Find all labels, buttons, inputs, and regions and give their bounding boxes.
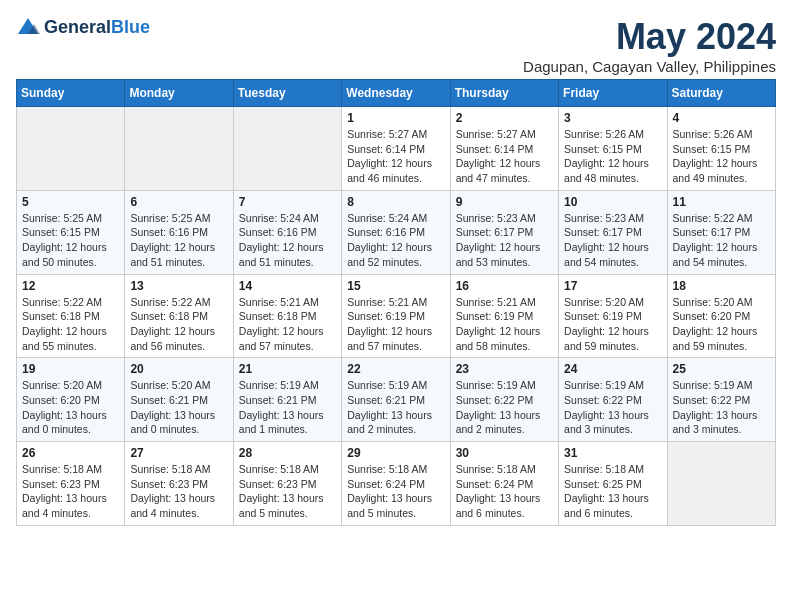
day-number: 10 xyxy=(564,195,661,209)
day-cell: 19Sunrise: 5:20 AM Sunset: 6:20 PM Dayli… xyxy=(17,358,125,442)
day-cell: 31Sunrise: 5:18 AM Sunset: 6:25 PM Dayli… xyxy=(559,442,667,526)
day-info: Sunrise: 5:18 AM Sunset: 6:23 PM Dayligh… xyxy=(130,462,227,521)
weekday-header-thursday: Thursday xyxy=(450,80,558,107)
day-info: Sunrise: 5:27 AM Sunset: 6:14 PM Dayligh… xyxy=(347,127,444,186)
day-info: Sunrise: 5:26 AM Sunset: 6:15 PM Dayligh… xyxy=(564,127,661,186)
day-number: 26 xyxy=(22,446,119,460)
day-info: Sunrise: 5:20 AM Sunset: 6:19 PM Dayligh… xyxy=(564,295,661,354)
day-cell: 26Sunrise: 5:18 AM Sunset: 6:23 PM Dayli… xyxy=(17,442,125,526)
day-number: 12 xyxy=(22,279,119,293)
day-info: Sunrise: 5:27 AM Sunset: 6:14 PM Dayligh… xyxy=(456,127,553,186)
day-number: 16 xyxy=(456,279,553,293)
day-info: Sunrise: 5:19 AM Sunset: 6:22 PM Dayligh… xyxy=(564,378,661,437)
day-cell: 24Sunrise: 5:19 AM Sunset: 6:22 PM Dayli… xyxy=(559,358,667,442)
day-number: 21 xyxy=(239,362,336,376)
day-info: Sunrise: 5:24 AM Sunset: 6:16 PM Dayligh… xyxy=(239,211,336,270)
day-info: Sunrise: 5:18 AM Sunset: 6:25 PM Dayligh… xyxy=(564,462,661,521)
title-block: May 2024 Dagupan, Cagayan Valley, Philip… xyxy=(523,16,776,75)
day-info: Sunrise: 5:19 AM Sunset: 6:21 PM Dayligh… xyxy=(347,378,444,437)
day-number: 20 xyxy=(130,362,227,376)
logo-text: GeneralBlue xyxy=(44,18,150,38)
day-cell: 28Sunrise: 5:18 AM Sunset: 6:23 PM Dayli… xyxy=(233,442,341,526)
day-number: 4 xyxy=(673,111,770,125)
day-info: Sunrise: 5:26 AM Sunset: 6:15 PM Dayligh… xyxy=(673,127,770,186)
day-info: Sunrise: 5:22 AM Sunset: 6:17 PM Dayligh… xyxy=(673,211,770,270)
weekday-header-wednesday: Wednesday xyxy=(342,80,450,107)
day-info: Sunrise: 5:18 AM Sunset: 6:24 PM Dayligh… xyxy=(456,462,553,521)
week-row-3: 12Sunrise: 5:22 AM Sunset: 6:18 PM Dayli… xyxy=(17,274,776,358)
day-cell xyxy=(667,442,775,526)
weekday-header-row: SundayMondayTuesdayWednesdayThursdayFrid… xyxy=(17,80,776,107)
weekday-header-monday: Monday xyxy=(125,80,233,107)
day-info: Sunrise: 5:21 AM Sunset: 6:19 PM Dayligh… xyxy=(456,295,553,354)
day-info: Sunrise: 5:21 AM Sunset: 6:19 PM Dayligh… xyxy=(347,295,444,354)
logo-icon xyxy=(16,16,40,40)
weekday-header-saturday: Saturday xyxy=(667,80,775,107)
day-number: 18 xyxy=(673,279,770,293)
day-cell: 9Sunrise: 5:23 AM Sunset: 6:17 PM Daylig… xyxy=(450,190,558,274)
logo: GeneralBlue xyxy=(16,16,150,40)
day-cell: 11Sunrise: 5:22 AM Sunset: 6:17 PM Dayli… xyxy=(667,190,775,274)
day-number: 7 xyxy=(239,195,336,209)
day-cell: 16Sunrise: 5:21 AM Sunset: 6:19 PM Dayli… xyxy=(450,274,558,358)
day-info: Sunrise: 5:20 AM Sunset: 6:20 PM Dayligh… xyxy=(22,378,119,437)
day-cell: 30Sunrise: 5:18 AM Sunset: 6:24 PM Dayli… xyxy=(450,442,558,526)
day-cell xyxy=(17,107,125,191)
day-cell: 29Sunrise: 5:18 AM Sunset: 6:24 PM Dayli… xyxy=(342,442,450,526)
day-cell xyxy=(233,107,341,191)
day-cell: 27Sunrise: 5:18 AM Sunset: 6:23 PM Dayli… xyxy=(125,442,233,526)
week-row-1: 1Sunrise: 5:27 AM Sunset: 6:14 PM Daylig… xyxy=(17,107,776,191)
day-cell: 8Sunrise: 5:24 AM Sunset: 6:16 PM Daylig… xyxy=(342,190,450,274)
week-row-4: 19Sunrise: 5:20 AM Sunset: 6:20 PM Dayli… xyxy=(17,358,776,442)
day-info: Sunrise: 5:25 AM Sunset: 6:16 PM Dayligh… xyxy=(130,211,227,270)
day-info: Sunrise: 5:19 AM Sunset: 6:22 PM Dayligh… xyxy=(673,378,770,437)
day-number: 30 xyxy=(456,446,553,460)
day-number: 13 xyxy=(130,279,227,293)
day-cell: 10Sunrise: 5:23 AM Sunset: 6:17 PM Dayli… xyxy=(559,190,667,274)
day-number: 19 xyxy=(22,362,119,376)
day-info: Sunrise: 5:19 AM Sunset: 6:22 PM Dayligh… xyxy=(456,378,553,437)
day-number: 15 xyxy=(347,279,444,293)
day-number: 9 xyxy=(456,195,553,209)
day-cell: 18Sunrise: 5:20 AM Sunset: 6:20 PM Dayli… xyxy=(667,274,775,358)
day-cell: 7Sunrise: 5:24 AM Sunset: 6:16 PM Daylig… xyxy=(233,190,341,274)
calendar-table: SundayMondayTuesdayWednesdayThursdayFrid… xyxy=(16,79,776,526)
day-info: Sunrise: 5:20 AM Sunset: 6:21 PM Dayligh… xyxy=(130,378,227,437)
day-number: 28 xyxy=(239,446,336,460)
page-header: GeneralBlue May 2024 Dagupan, Cagayan Va… xyxy=(16,16,776,75)
day-number: 23 xyxy=(456,362,553,376)
day-number: 14 xyxy=(239,279,336,293)
day-cell: 20Sunrise: 5:20 AM Sunset: 6:21 PM Dayli… xyxy=(125,358,233,442)
day-cell: 6Sunrise: 5:25 AM Sunset: 6:16 PM Daylig… xyxy=(125,190,233,274)
day-number: 3 xyxy=(564,111,661,125)
day-cell: 2Sunrise: 5:27 AM Sunset: 6:14 PM Daylig… xyxy=(450,107,558,191)
day-number: 6 xyxy=(130,195,227,209)
day-info: Sunrise: 5:18 AM Sunset: 6:24 PM Dayligh… xyxy=(347,462,444,521)
location-title: Dagupan, Cagayan Valley, Philippines xyxy=(523,58,776,75)
day-number: 11 xyxy=(673,195,770,209)
day-cell: 14Sunrise: 5:21 AM Sunset: 6:18 PM Dayli… xyxy=(233,274,341,358)
week-row-5: 26Sunrise: 5:18 AM Sunset: 6:23 PM Dayli… xyxy=(17,442,776,526)
day-info: Sunrise: 5:18 AM Sunset: 6:23 PM Dayligh… xyxy=(22,462,119,521)
day-cell: 1Sunrise: 5:27 AM Sunset: 6:14 PM Daylig… xyxy=(342,107,450,191)
month-title: May 2024 xyxy=(523,16,776,58)
day-info: Sunrise: 5:20 AM Sunset: 6:20 PM Dayligh… xyxy=(673,295,770,354)
day-number: 29 xyxy=(347,446,444,460)
day-info: Sunrise: 5:18 AM Sunset: 6:23 PM Dayligh… xyxy=(239,462,336,521)
day-info: Sunrise: 5:22 AM Sunset: 6:18 PM Dayligh… xyxy=(22,295,119,354)
day-number: 24 xyxy=(564,362,661,376)
day-info: Sunrise: 5:21 AM Sunset: 6:18 PM Dayligh… xyxy=(239,295,336,354)
weekday-header-friday: Friday xyxy=(559,80,667,107)
day-cell: 12Sunrise: 5:22 AM Sunset: 6:18 PM Dayli… xyxy=(17,274,125,358)
day-cell: 5Sunrise: 5:25 AM Sunset: 6:15 PM Daylig… xyxy=(17,190,125,274)
day-number: 1 xyxy=(347,111,444,125)
day-cell: 23Sunrise: 5:19 AM Sunset: 6:22 PM Dayli… xyxy=(450,358,558,442)
day-info: Sunrise: 5:25 AM Sunset: 6:15 PM Dayligh… xyxy=(22,211,119,270)
day-cell xyxy=(125,107,233,191)
day-cell: 15Sunrise: 5:21 AM Sunset: 6:19 PM Dayli… xyxy=(342,274,450,358)
day-cell: 25Sunrise: 5:19 AM Sunset: 6:22 PM Dayli… xyxy=(667,358,775,442)
day-number: 2 xyxy=(456,111,553,125)
day-cell: 17Sunrise: 5:20 AM Sunset: 6:19 PM Dayli… xyxy=(559,274,667,358)
day-info: Sunrise: 5:19 AM Sunset: 6:21 PM Dayligh… xyxy=(239,378,336,437)
day-info: Sunrise: 5:23 AM Sunset: 6:17 PM Dayligh… xyxy=(456,211,553,270)
